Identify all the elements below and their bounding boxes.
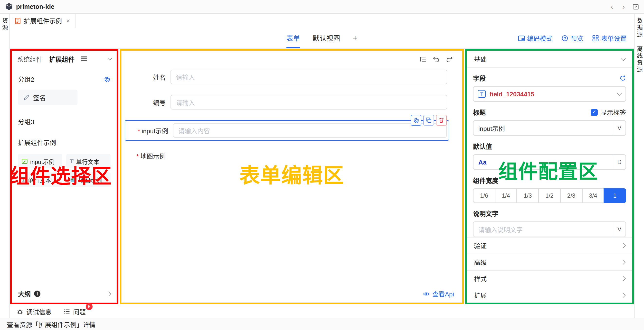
canvas-toolbar: [420, 55, 453, 63]
tab-default-view[interactable]: 默认视图: [313, 28, 340, 48]
form-settings-icon: [592, 34, 599, 42]
width-label: 组件宽度: [473, 176, 498, 185]
nav-back-button[interactable]: ‹: [609, 3, 615, 10]
chevron-down-icon: [617, 91, 622, 96]
default-value-input[interactable]: Aa: [474, 155, 613, 169]
section-advanced-label: 高级: [474, 258, 487, 267]
field-label: 编号: [122, 98, 170, 107]
title-variable-button[interactable]: V: [613, 121, 626, 135]
datasource-rail-tab[interactable]: 数据源: [635, 17, 644, 38]
tab-form[interactable]: 表单: [286, 28, 300, 48]
width-option-button[interactable]: 1/4: [495, 188, 517, 203]
width-option-button-selected[interactable]: 1: [604, 188, 626, 203]
component-item-single-text[interactable]: T 单行文本: [18, 172, 62, 187]
outline-structure-icon[interactable]: [420, 55, 427, 63]
component-item-signature[interactable]: 签名: [18, 90, 78, 105]
component-item-map-example[interactable]: 地图示例: [66, 172, 110, 187]
component-item-input-example[interactable]: input示例: [18, 154, 62, 168]
chevron-right-icon: [621, 260, 626, 265]
selected-field-row-input-example[interactable]: *input示例 请输入内容: [125, 120, 449, 141]
single-text-label: 单行文本: [28, 175, 51, 184]
config-panel: 基础 字段 T field_12034415: [467, 51, 632, 303]
bottom-toolbar: 调试信息 问题 6: [10, 305, 634, 318]
title-input-group: input示例 V: [473, 120, 626, 136]
tab-close-button[interactable]: ×: [66, 17, 70, 24]
problems-button[interactable]: 问题 6: [63, 307, 86, 316]
section-advanced-header[interactable]: 高级: [467, 254, 632, 270]
section-validation-label: 验证: [474, 241, 487, 250]
width-option-group: 1/6 1/4 1/3 1/2 2/3 3/4 1: [473, 188, 626, 203]
field-row-name[interactable]: 姓名 请输入: [122, 70, 447, 84]
collapse-panel-icon[interactable]: [108, 56, 112, 61]
annotation-center-label: 表单编辑区: [240, 159, 344, 188]
debug-info-button[interactable]: 调试信息: [16, 307, 52, 316]
map-example-label: 地图示例: [78, 175, 102, 184]
section-basic-label: 基础: [474, 54, 487, 64]
section-validation-header[interactable]: 验证: [467, 237, 632, 254]
group-settings-gear-icon[interactable]: [104, 76, 110, 82]
view-api-link[interactable]: 查看Api: [423, 289, 454, 298]
code-mode-icon: [518, 34, 525, 42]
copy-field-button[interactable]: [423, 115, 434, 126]
field-row-code[interactable]: 编号 请输入: [122, 95, 447, 109]
signature-label: 签名: [33, 93, 46, 102]
description-input[interactable]: 请输入说明文字: [474, 222, 613, 237]
resources-rail-tab[interactable]: 资源: [0, 17, 9, 31]
field-setting-label: 字段: [473, 73, 486, 83]
redo-icon[interactable]: [446, 55, 453, 63]
default-value-text: Aa: [478, 158, 486, 166]
default-dynamic-button[interactable]: D: [613, 155, 626, 169]
tab-extended-components[interactable]: 扩展组件: [49, 54, 74, 63]
code-input[interactable]: 请输入: [170, 95, 447, 109]
group2-header[interactable]: 分组2: [18, 74, 110, 84]
outline-bar[interactable]: 大纲: [12, 285, 116, 302]
description-variable-button[interactable]: V: [613, 222, 626, 237]
form-settings-button[interactable]: 表单设置: [592, 33, 626, 43]
add-view-button[interactable]: +: [353, 28, 358, 48]
debug-info-label: 调试信息: [26, 307, 52, 316]
nav-forward-button[interactable]: ›: [620, 3, 626, 10]
width-option-button[interactable]: 2/3: [560, 188, 582, 203]
group3-header[interactable]: 分组3: [18, 117, 110, 126]
problems-badge: 6: [86, 303, 92, 310]
field-settings-button[interactable]: [411, 115, 422, 126]
show-label-option[interactable]: 显示标签: [591, 108, 626, 117]
delete-field-button[interactable]: [436, 115, 447, 126]
panel-menu-icon[interactable]: [81, 59, 87, 59]
title-input[interactable]: input示例: [474, 121, 613, 135]
field-select[interactable]: T field_12034415: [473, 86, 626, 102]
center-column: 扩展组件示例 × 表单 默认视图 + 编码模式: [10, 14, 634, 318]
required-mark: *: [136, 153, 139, 160]
width-option-button[interactable]: 1/6: [473, 188, 495, 203]
view-toolbar: 表单 默认视图 + 编码模式 预览: [10, 28, 634, 49]
name-input[interactable]: 请输入: [170, 70, 447, 84]
tab-system-components[interactable]: 系统组件: [17, 54, 42, 63]
section-extension-header[interactable]: 扩展: [467, 287, 632, 303]
show-label-checkbox[interactable]: [591, 109, 598, 116]
undo-icon[interactable]: [432, 55, 440, 63]
tab-extension-example[interactable]: 扩展组件示例 ×: [10, 14, 75, 28]
app-root: primeton-ide ‹ › 资源 扩展组件示例 ×: [0, 0, 644, 330]
input-example-input[interactable]: 请输入内容: [173, 123, 447, 138]
field-row-map[interactable]: *地图示例: [122, 151, 447, 161]
input-component-icon: [22, 158, 28, 164]
width-option-button[interactable]: 1/3: [516, 188, 539, 203]
preview-button[interactable]: 预览: [561, 33, 583, 43]
problems-label: 问题: [73, 307, 86, 316]
input-example-placeholder: 请输入内容: [178, 126, 210, 135]
group-example-header[interactable]: 扩展组件示例: [18, 138, 110, 147]
description-label-row: 说明文字: [473, 209, 626, 218]
code-mode-button[interactable]: 编码模式: [518, 33, 552, 43]
width-option-button[interactable]: 3/4: [582, 188, 604, 203]
section-style-header[interactable]: 样式: [467, 270, 632, 287]
width-option-button[interactable]: 1/2: [538, 188, 560, 203]
preview-icon: [561, 34, 568, 42]
view-toolbar-actions: 编码模式 预览 表单设置: [518, 28, 634, 48]
layout-window-button[interactable]: [632, 3, 639, 10]
offline-resources-rail-tab[interactable]: 离线资源: [635, 46, 644, 73]
right-rail: 数据源 离线资源: [634, 14, 644, 318]
preview-label: 预览: [570, 33, 583, 43]
section-basic-header[interactable]: 基础: [467, 51, 632, 68]
refresh-icon[interactable]: [620, 75, 626, 81]
component-item-single-text[interactable]: T 单行文本: [66, 154, 110, 168]
